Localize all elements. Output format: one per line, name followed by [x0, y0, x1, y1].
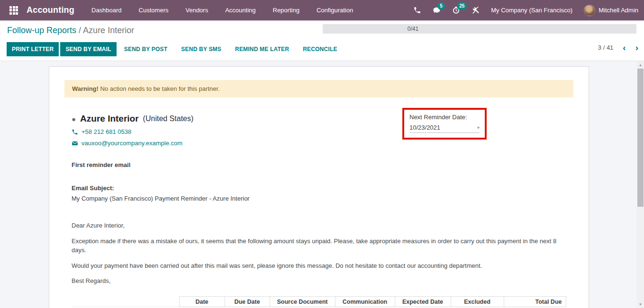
menu-vendors[interactable]: Vendors: [185, 0, 208, 20]
header-source-document: Source Document: [270, 297, 335, 307]
remind-me-later-button[interactable]: REMIND ME LATER: [229, 42, 295, 56]
print-letter-button[interactable]: PRINT LETTER: [7, 42, 59, 56]
scroll-up-icon[interactable]: ▲: [637, 62, 644, 69]
email-subject-value: My Company (San Francisco) Payment Remin…: [72, 195, 573, 202]
control-panel: Follow-up Reports / Azure Interior 0/41 …: [0, 20, 644, 61]
menu-accounting[interactable]: Accounting: [225, 0, 255, 20]
partner-block: ● Azure Interior (United States) +58 212…: [64, 114, 573, 147]
messages-count-badge: 5: [437, 2, 445, 10]
email-body: Dear Azure Interior, Exception made if t…: [64, 221, 573, 286]
top-navbar: Accounting Dashboard Customers Vendors A…: [0, 0, 644, 20]
apps-grid-icon[interactable]: [9, 6, 18, 15]
email-paragraph-1: Exception made if there was a mistake of…: [72, 237, 567, 255]
menu-customers[interactable]: Customers: [139, 0, 169, 20]
breadcrumb: Follow-up Reports / Azure Interior: [7, 26, 134, 35]
user-name: Mitchell Admin: [599, 7, 638, 14]
envelope-icon: [72, 140, 78, 147]
user-menu[interactable]: Mitchell Admin: [584, 5, 638, 16]
email-greeting: Dear Azure Interior,: [72, 221, 567, 230]
menu-reporting[interactable]: Reporting: [273, 0, 299, 20]
scroll-down-icon[interactable]: ▼: [637, 301, 644, 308]
pager-previous-icon[interactable]: ‹: [623, 44, 626, 51]
partner-email-link[interactable]: vauxoo@yourcompany.example.com: [72, 140, 573, 147]
header-communication: Communication: [335, 297, 395, 307]
activities-count-badge: 25: [457, 2, 467, 10]
breadcrumb-parent[interactable]: Follow-up Reports: [7, 26, 76, 35]
pager-value: 3 / 41: [598, 44, 614, 51]
email-subject-label: Email Subject:: [72, 185, 573, 192]
company-switcher[interactable]: My Company (San Francisco): [491, 7, 572, 14]
scrollbar-thumb[interactable]: [637, 69, 644, 207]
messages-icon[interactable]: 5: [433, 6, 441, 14]
header-due-date: Due Date: [225, 297, 270, 307]
due-invoices-table: Date Due Date Source Document Communicat…: [72, 296, 566, 308]
content-area: Warning! No action needs to be taken for…: [0, 61, 644, 308]
menu-configuration[interactable]: Configuration: [317, 0, 353, 20]
header-date: Date: [179, 297, 225, 307]
action-buttons: PRINT LETTER SEND BY EMAIL SEND BY POST …: [7, 42, 344, 56]
send-by-post-button[interactable]: SEND BY POST: [118, 42, 174, 56]
header-expected-date: Expected Date: [395, 297, 451, 307]
reconcile-button[interactable]: RECONCILE: [297, 42, 343, 56]
partner-status-dot: ●: [72, 115, 76, 123]
followup-report-sheet: Warning! No action needs to be taken for…: [49, 66, 589, 308]
partner-email[interactable]: vauxoo@yourcompany.example.com: [82, 140, 182, 147]
next-reminder-date-value: 10/23/2021: [409, 124, 440, 131]
voip-phone-icon[interactable]: [413, 6, 421, 14]
followup-progressbar: 0/41: [323, 24, 636, 34]
progress-label: 0/41: [408, 26, 418, 32]
warning-title: Warning!: [72, 85, 99, 92]
warning-banner: Warning! No action needs to be taken for…: [64, 80, 573, 97]
pager-next-icon[interactable]: ›: [635, 44, 638, 51]
email-paragraph-2: Would your payment have been carried out…: [72, 262, 567, 271]
chevron-down-icon: ▾: [477, 125, 480, 130]
header-empty: [72, 297, 179, 307]
send-by-email-button[interactable]: SEND BY EMAIL: [60, 42, 116, 56]
main-menu: Dashboard Customers Vendors Accounting R…: [91, 0, 353, 20]
warning-message: No action needs to be taken for this par…: [100, 85, 219, 92]
breadcrumb-separator: /: [79, 26, 81, 35]
send-by-sms-button[interactable]: SEND BY SMS: [175, 42, 227, 56]
menu-dashboard[interactable]: Dashboard: [91, 0, 122, 20]
email-closing: Best Regards,: [72, 277, 567, 286]
header-excluded: Excluded: [451, 297, 504, 307]
reminder-level-label: First reminder email: [72, 161, 573, 168]
header-total-due: Total Due: [504, 297, 566, 307]
next-reminder-highlight-box: Next Reminder Date: 10/23/2021 ▾: [402, 108, 487, 140]
activities-clock-icon[interactable]: 25: [452, 6, 460, 14]
partner-phone[interactable]: +58 212 681 0538: [82, 128, 131, 135]
app-title[interactable]: Accounting: [27, 5, 74, 15]
table-header-row: Date Due Date Source Document Communicat…: [72, 297, 566, 307]
partner-phone-link[interactable]: +58 212 681 0538: [72, 128, 573, 135]
navbar-systray: 5 25 My Company (San Francisco) Mitchell…: [413, 5, 638, 16]
phone-icon: [72, 129, 78, 135]
email-meta: First reminder email Email Subject: My C…: [64, 161, 573, 202]
breadcrumb-current: Azure Interior: [83, 26, 134, 35]
next-reminder-label: Next Reminder Date:: [409, 114, 480, 121]
tools-icon[interactable]: [472, 6, 480, 14]
user-avatar: [584, 5, 595, 16]
partner-name: Azure Interior: [80, 114, 139, 124]
partner-country: (United States): [143, 114, 194, 123]
vertical-scrollbar[interactable]: ▲ ▼: [637, 61, 644, 308]
pager: 3 / 41 ‹ ›: [598, 44, 638, 51]
next-reminder-date-select[interactable]: 10/23/2021 ▾: [409, 124, 480, 133]
